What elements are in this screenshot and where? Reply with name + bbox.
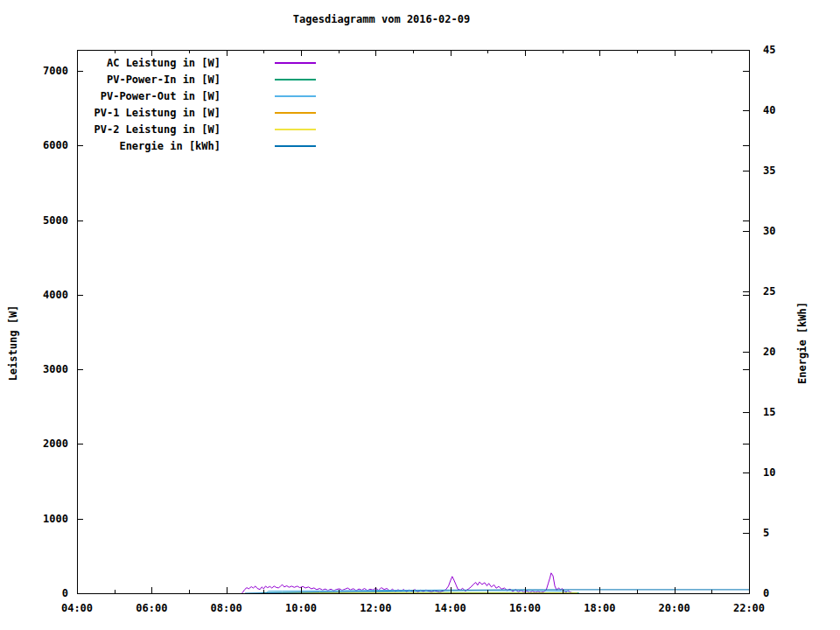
legend-line-pv-power-out-in-w [275, 95, 316, 97]
legend-label-pv-1-leistung-in-w: PV-1 Leistung in [W] [80, 106, 220, 120]
x-axis-tick-label: 18:00 [572, 601, 626, 615]
legend-label-pv-2-leistung-in-w: PV-2 Leistung in [W] [80, 122, 220, 136]
chart-canvas: Tagesdiagramm vom 2016-02-09 Leistung [W… [0, 0, 840, 630]
legend-line-pv-2-leistung-in-w [275, 129, 316, 130]
y-axis-tick-label: 3000 [24, 362, 68, 376]
y2-axis-tick-label: 35 [763, 164, 807, 178]
y-axis-tick-label: 0 [24, 586, 68, 600]
y2-axis-tick-label: 30 [763, 224, 807, 238]
legend-line-pv-power-in-in-w [275, 79, 316, 80]
y-axis-tick-label: 6000 [24, 138, 68, 152]
y2-axis-tick-label: 5 [763, 526, 807, 540]
y2-axis-tick-label: 0 [763, 586, 807, 600]
x-axis-tick-label: 04:00 [50, 601, 104, 615]
x-axis-tick-label: 12:00 [348, 601, 402, 615]
x-axis-tick-label: 06:00 [124, 601, 178, 615]
y-axis-tick-label: 4000 [24, 288, 68, 302]
x-axis-tick-label: 22:00 [722, 601, 776, 615]
x-axis-tick-label: 20:00 [648, 601, 702, 615]
x-axis-tick-label: 14:00 [424, 601, 478, 615]
x-axis-tick-label: 16:00 [498, 601, 552, 615]
y2-axis-tick-label: 10 [763, 466, 807, 480]
y2-axis-tick-label: 15 [763, 405, 807, 419]
legend-label-pv-power-out-in-w: PV-Power-Out in [W] [80, 89, 220, 103]
y2-axis-tick-label: 25 [763, 284, 807, 298]
y2-axis-tick-label: 20 [763, 345, 807, 359]
y2-axis-tick-label: 45 [763, 43, 807, 57]
y-axis-tick-label: 5000 [24, 214, 68, 228]
x-axis-tick-label: 08:00 [200, 601, 254, 615]
legend-label-ac-leistung-in-w: AC Leistung in [W] [80, 56, 220, 70]
legend-line-pv-1-leistung-in-w [275, 112, 316, 114]
y-axis-tick-label: 7000 [24, 64, 68, 78]
y-axis-tick-label: 1000 [24, 512, 68, 526]
legend-line-ac-leistung-in-w [275, 62, 316, 64]
y2-axis-tick-label: 40 [763, 103, 807, 117]
y-axis-tick-label: 2000 [24, 437, 68, 451]
x-axis-tick-label: 10:00 [274, 601, 328, 615]
legend-label-energie-in-kwh: Energie in [kWh] [80, 139, 220, 153]
legend-label-pv-power-in-in-w: PV-Power-In in [W] [80, 73, 220, 87]
legend-line-energie-in-kwh [275, 145, 316, 147]
